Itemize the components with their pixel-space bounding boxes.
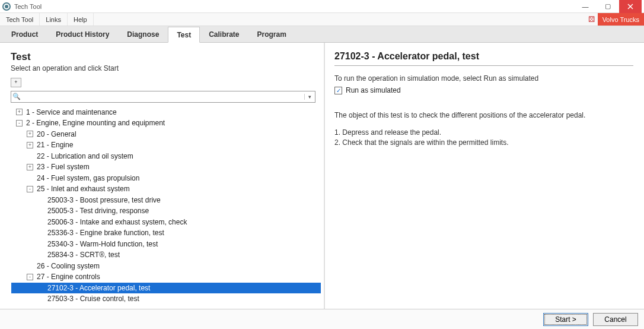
tree-label: 25006-3 - Intake and exhaust system, che… [47, 218, 187, 226]
brand-badge[interactable]: Volvo Trucks [598, 13, 644, 26]
collapse-icon[interactable]: - [27, 186, 33, 192]
tree-row[interactable]: 25336-3 - Engine brake function, test [11, 227, 321, 239]
operation-heading: 27102-3 - Accelerator pedal, test [334, 51, 633, 62]
page-title: Test [11, 51, 321, 63]
menu-help[interactable]: Help [68, 13, 94, 26]
tab-program[interactable]: Program [248, 26, 295, 42]
operation-description: The object of this test is to check the … [334, 111, 633, 119]
toggle-spacer [37, 252, 44, 258]
toggle-spacer [37, 230, 44, 236]
tab-diagnose[interactable]: Diagnose [118, 26, 168, 42]
collapse-icon[interactable]: - [16, 120, 23, 126]
expand-icon[interactable]: + [16, 109, 23, 115]
tree-label: 20 - General [37, 130, 76, 138]
operation-tree[interactable]: +1 - Service and maintenance-2 - Engine,… [11, 105, 321, 307]
tree-label: 25 - Inlet and exhaust system [37, 185, 130, 193]
expand-icon[interactable]: + [27, 131, 33, 137]
search-box[interactable]: 🔍 ▾ [11, 91, 315, 103]
tree-label: 28 - Ignition and control system [37, 306, 136, 306]
tree-row[interactable]: +28 - Ignition and control system [11, 305, 321, 307]
menu-links[interactable]: Links [40, 13, 68, 26]
tree-row[interactable]: 26 - Cooling system [11, 261, 321, 272]
operation-steps: 1. Depress and release the pedal. 2. Che… [334, 128, 633, 148]
tree-row[interactable]: +20 - General [11, 129, 321, 140]
toggle-spacer [27, 153, 33, 159]
tree-label: 25005-3 - Test driving, response [47, 207, 149, 215]
tree-label: 2 - Engine, Engine mounting and equipmen… [26, 119, 165, 127]
tabbar: Product Product History Diagnose Test Ca… [0, 26, 644, 43]
workarea: Test Select an operation and click Start… [0, 43, 644, 309]
toggle-spacer [27, 175, 33, 181]
close-icon [627, 4, 633, 10]
menu-tech-tool[interactable]: Tech Tool [0, 13, 40, 26]
tree-row[interactable]: +23 - Fuel system [11, 162, 321, 173]
tree-label: 27 - Engine controls [37, 273, 100, 281]
tree-row[interactable]: 25005-3 - Test driving, response [11, 205, 321, 217]
right-pane: 27102-3 - Accelerator pedal, test To run… [325, 43, 644, 309]
tree-label: 23 - Fuel system [37, 163, 90, 171]
tree-row[interactable]: 25834-3 - SCRT®, test [11, 249, 321, 261]
obd-icon[interactable]: ⚄ [586, 13, 598, 26]
divider [334, 65, 633, 66]
expand-icon[interactable]: + [27, 164, 33, 170]
tab-calibrate[interactable]: Calibrate [200, 26, 248, 42]
tree-row[interactable]: +21 - Engine [11, 140, 321, 151]
titlebar: Tech Tool — ▢ [0, 0, 644, 13]
tree-label: 1 - Service and maintenance [26, 108, 117, 116]
run-as-simulated-label: Run as simulated [346, 86, 401, 94]
tree-label: 25340-3 - Warm-Hold function, test [47, 240, 158, 248]
tree-row[interactable]: 25006-3 - Intake and exhaust system, che… [11, 217, 321, 228]
tree-row[interactable]: 22 - Lubrication and oil system [11, 151, 321, 162]
tree-row[interactable]: -27 - Engine controls [11, 271, 321, 283]
toggle-spacer [37, 284, 44, 291]
tree-row[interactable]: 27503-3 - Cruise control, test [11, 293, 321, 305]
tree-label: 24 - Fuel system, gas propulsion [37, 174, 139, 182]
tree-label: 22 - Lubrication and oil system [37, 152, 133, 160]
step-2: 2. Check that the signals are within the… [334, 138, 633, 148]
collapse-icon[interactable]: - [27, 274, 33, 280]
toggle-spacer [37, 208, 44, 214]
sim-instruction: To run the operation in simulation mode,… [334, 74, 633, 83]
maximize-button[interactable]: ▢ [597, 0, 619, 13]
tree-label: 25336-3 - Engine brake function, test [47, 229, 164, 237]
page-subtitle: Select an operation and click Start [11, 64, 321, 72]
tree-row[interactable]: -2 - Engine, Engine mounting and equipme… [11, 118, 321, 129]
expand-all-button[interactable]: + [11, 78, 21, 87]
tree-row[interactable]: 27102-3 - Accelerator pedal, test [11, 283, 321, 294]
run-as-simulated-checkbox[interactable]: ✓ [334, 87, 342, 94]
toggle-spacer [37, 241, 44, 247]
tree-label: 21 - Engine [37, 141, 73, 149]
tree-label: 27503-3 - Cruise control, test [47, 295, 139, 303]
tree-label: 25003-3 - Boost pressure, test drive [47, 196, 161, 204]
search-input[interactable] [22, 92, 304, 102]
tab-product-history[interactable]: Product History [47, 26, 118, 42]
close-button[interactable] [619, 0, 642, 13]
tree-row[interactable]: 24 - Fuel system, gas propulsion [11, 173, 321, 184]
tree-row[interactable]: 25340-3 - Warm-Hold function, test [11, 239, 321, 250]
menubar: Tech Tool Links Help ⚄ Volvo Trucks [0, 13, 644, 26]
toggle-spacer [37, 296, 44, 302]
search-icon: 🔍 [11, 93, 22, 100]
start-button[interactable]: Start > [543, 313, 588, 326]
toggle-spacer [27, 262, 33, 269]
tree-row[interactable]: +1 - Service and maintenance [11, 107, 321, 118]
tree-row[interactable]: 25003-3 - Boost pressure, test drive [11, 195, 321, 206]
cancel-button[interactable]: Cancel [593, 313, 638, 326]
expand-icon[interactable]: + [27, 142, 33, 148]
app-icon [2, 2, 11, 11]
run-as-simulated-row[interactable]: ✓ Run as simulated [334, 86, 633, 94]
tree-row[interactable]: -25 - Inlet and exhaust system [11, 184, 321, 195]
tree-label: 26 - Cooling system [37, 262, 100, 270]
step-1: 1. Depress and release the pedal. [334, 128, 633, 138]
tab-product[interactable]: Product [2, 26, 47, 42]
toggle-spacer [37, 197, 44, 203]
minimize-button[interactable]: — [574, 0, 597, 13]
footer: Start > Cancel [0, 309, 644, 329]
tree-label: 25834-3 - SCRT®, test [47, 251, 120, 259]
tree-label: 27102-3 - Accelerator pedal, test [47, 284, 308, 292]
tab-test[interactable]: Test [168, 27, 200, 43]
chevron-down-icon[interactable]: ▾ [304, 94, 315, 100]
toggle-spacer [37, 219, 44, 225]
left-pane: Test Select an operation and click Start… [0, 43, 325, 309]
window-title: Tech Tool [14, 3, 42, 10]
